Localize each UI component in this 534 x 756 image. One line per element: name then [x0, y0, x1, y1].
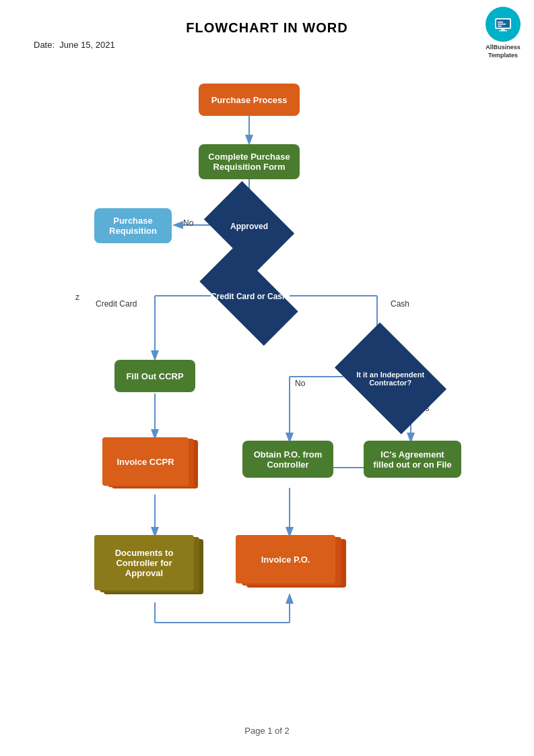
svg-rect-4: [498, 22, 503, 23]
independent-contractor-diamond: It it an Independent Contractor?: [343, 346, 438, 410]
obtain-po-shape: Obtain P.O. from Controller: [242, 441, 333, 478]
z-label: z: [75, 292, 79, 302]
credit-card-cash-diamond: Credit Card or Cash: [203, 272, 294, 321]
documents-controller-stacked: Documents to Controller for Approval: [94, 535, 195, 596]
page-footer: Page 1 of 2: [0, 726, 534, 736]
invoice-po-stacked: Invoice P.O.: [236, 535, 337, 589]
fill-out-ccrp-shape: Fill Out CCRP: [114, 360, 195, 392]
cash-label: Cash: [391, 299, 409, 309]
ics-agreement-shape: IC's Agreement filled out or on File: [364, 441, 461, 478]
svg-rect-2: [501, 29, 505, 30]
svg-rect-5: [498, 24, 506, 25]
no-approved-label: No: [183, 218, 193, 228]
purchase-requisition-shape: Purchase Requisition: [94, 208, 172, 243]
svg-rect-3: [499, 30, 507, 32]
logo-area: AllBusinessTemplates: [486, 7, 521, 59]
logo-circle: [486, 7, 521, 42]
approved-diamond: Approved: [212, 199, 286, 253]
date-line: Date: June 15, 2021: [34, 40, 507, 50]
logo-text: AllBusinessTemplates: [486, 44, 521, 59]
logo-icon: [494, 15, 512, 34]
no-contractor-label: No: [295, 379, 305, 388]
page: AllBusinessTemplates FLOWCHART IN WORD D…: [0, 0, 534, 756]
credit-card-label: Credit Card: [96, 299, 137, 309]
purchase-process-shape: Purchase Process: [199, 84, 300, 116]
svg-rect-6: [498, 26, 502, 27]
main-title: FLOWCHART IN WORD: [27, 20, 507, 36]
invoice-ccpr-stacked: Invoice CCPR: [102, 437, 190, 491]
complete-form-shape: Complete Purchase Requisition Form: [199, 144, 300, 179]
flowchart: z No Yes Credit Card Cash No Yes Purchas…: [27, 63, 512, 703]
